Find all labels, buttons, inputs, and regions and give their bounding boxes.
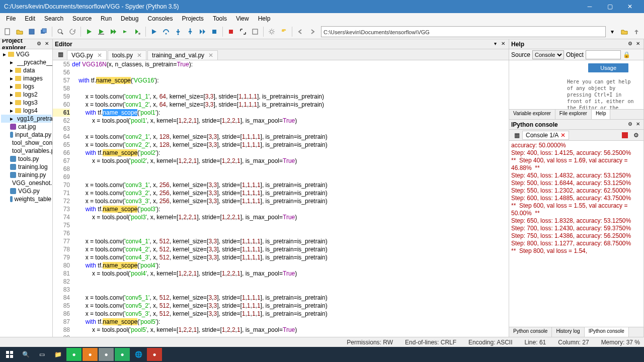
ipython-close-icon[interactable]: ✕	[634, 121, 641, 128]
kernel-options-icon[interactable]: ⚙	[630, 130, 641, 141]
tree-item[interactable]: ▸data	[1, 66, 51, 74]
save-all-icon[interactable]	[38, 26, 49, 37]
tree-root[interactable]: ▸VGG	[1, 50, 51, 58]
tree-item[interactable]: input_data.py	[1, 131, 51, 139]
tab-python-console[interactable]: Python console	[509, 327, 552, 337]
tab-variable-explorer[interactable]: Variable explorer	[509, 110, 555, 119]
step-out-icon[interactable]	[185, 26, 196, 37]
app-icon[interactable]: ●	[83, 348, 98, 361]
back-icon[interactable]	[295, 26, 306, 37]
app-icon[interactable]: ●	[99, 348, 114, 361]
start-button[interactable]	[2, 348, 17, 361]
search-icon[interactable]: 🔍	[18, 348, 33, 361]
maximize-pane-icon[interactable]	[237, 26, 249, 37]
tab-file-explorer[interactable]: File explorer	[555, 110, 592, 119]
tree-item[interactable]: cat.jpg	[1, 123, 51, 131]
browse-tabs-icon[interactable]: ▦	[55, 49, 66, 60]
menu-consoles[interactable]: Consoles	[143, 14, 177, 23]
tab-close-icon[interactable]: ✕	[97, 52, 102, 59]
code-editor[interactable]: 5556575859606162636465666768697071727374…	[53, 60, 509, 337]
console-output[interactable]: accuracy: 50.0000% Step: 400, loss: 1.41…	[509, 141, 643, 327]
help-lock-icon[interactable]: 🔒	[623, 51, 630, 58]
usage-button[interactable]: Usage	[588, 63, 628, 72]
debug-icon[interactable]	[148, 26, 159, 37]
help-options-icon[interactable]: ⚙	[626, 41, 633, 48]
stop-kernel-icon[interactable]	[619, 130, 630, 141]
tab-history-log[interactable]: History log	[552, 327, 584, 337]
project-tree[interactable]: ▸VGG ▸__pycache__▸data▸images▸logs▸logs2…	[0, 49, 52, 337]
help-source-select[interactable]: Console	[532, 50, 564, 59]
run-selection-icon[interactable]	[120, 26, 131, 37]
forward-icon[interactable]	[307, 26, 318, 37]
tab-help[interactable]: Help	[592, 110, 611, 119]
menu-help[interactable]: Help	[254, 14, 275, 23]
console-menu-icon[interactable]: ▦	[511, 130, 522, 141]
tree-item[interactable]: ▸logs2	[1, 90, 51, 99]
run-icon[interactable]	[84, 26, 95, 37]
tree-item[interactable]: ▸vgg16_pretrain	[1, 115, 51, 123]
editor-options-icon[interactable]: ▾	[492, 41, 499, 48]
menu-search[interactable]: Search	[40, 14, 67, 23]
continue-icon[interactable]	[197, 26, 208, 37]
menu-view[interactable]: View	[232, 14, 253, 23]
new-file-icon[interactable]	[2, 26, 13, 37]
tab-training[interactable]: training_and_val.py✕	[147, 50, 218, 60]
close-button[interactable]: ✕	[620, 0, 640, 13]
parent-dir-icon[interactable]	[631, 26, 642, 37]
minimize-button[interactable]: ─	[580, 0, 600, 13]
spyder-icon[interactable]: ●	[147, 348, 162, 361]
editor-close-icon[interactable]: ✕	[500, 41, 507, 48]
working-directory-input[interactable]: C:\Users\kevin\Documents\tensorflow\VGG	[321, 26, 606, 37]
chrome-icon[interactable]: 🌐	[131, 348, 146, 361]
console-tab[interactable]: Console 1/A✕	[522, 131, 569, 140]
menu-projects[interactable]: Projects	[178, 14, 208, 23]
panel-close-icon[interactable]: ✕	[43, 41, 50, 48]
app-icon[interactable]: ●	[66, 348, 82, 361]
tree-item[interactable]: VGG.py	[1, 187, 51, 195]
console-tab-close-icon[interactable]: ✕	[560, 132, 566, 139]
tab-ipython-console[interactable]: IPython console	[585, 327, 629, 337]
tree-item[interactable]: tool_variables.py	[1, 147, 51, 155]
taskview-icon[interactable]: ▭	[34, 348, 49, 361]
tree-item[interactable]: VGG_oneshot.py	[1, 179, 51, 187]
tree-item[interactable]: ▸logs4	[1, 107, 51, 115]
tree-item[interactable]: weights_table	[1, 195, 51, 203]
menu-run[interactable]: Run	[97, 14, 116, 23]
path-dropdown-icon[interactable]: ▾	[607, 26, 618, 37]
tree-item[interactable]: ▸logs3	[1, 99, 51, 107]
step-into-icon[interactable]	[173, 26, 184, 37]
tree-item[interactable]: ▸images	[1, 74, 51, 82]
menu-source[interactable]: Source	[68, 14, 96, 23]
app-icon[interactable]: ●	[115, 348, 130, 361]
tab-vgg[interactable]: VGG.py✕	[67, 50, 107, 60]
ipython-options-icon[interactable]: ⚙	[626, 121, 633, 128]
save-icon[interactable]	[26, 26, 37, 37]
open-file-icon[interactable]	[14, 26, 25, 37]
tree-item[interactable]: ▸logs	[1, 82, 51, 90]
tree-item[interactable]: tool_show_conv.py	[1, 139, 51, 147]
file-explorer-icon[interactable]: 📁	[50, 348, 65, 361]
refresh-icon[interactable]	[67, 26, 78, 37]
run-cell-icon[interactable]	[96, 26, 107, 37]
tree-item[interactable]: training.py	[1, 171, 51, 179]
tab-close-icon[interactable]: ✕	[137, 52, 142, 59]
tree-item[interactable]: ▸__pycache__	[1, 58, 51, 66]
menu-debug[interactable]: Debug	[117, 14, 142, 23]
menu-tools[interactable]: Tools	[209, 14, 231, 23]
fullscreen-icon[interactable]	[250, 26, 261, 37]
find-icon[interactable]	[55, 26, 66, 37]
maximize-button[interactable]: ▢	[600, 0, 620, 13]
help-object-input[interactable]	[586, 50, 621, 59]
menu-file[interactable]: File	[2, 14, 20, 23]
kernel-restart-icon[interactable]	[225, 26, 236, 37]
run-cell-advance-icon[interactable]	[108, 26, 119, 37]
help-close-icon[interactable]: ✕	[634, 41, 641, 48]
menu-edit[interactable]: Edit	[21, 14, 39, 23]
settings-icon[interactable]	[266, 26, 277, 37]
tab-tools[interactable]: tools.py✕	[108, 50, 146, 60]
step-over-icon[interactable]	[160, 26, 172, 37]
tab-close-icon[interactable]: ✕	[208, 52, 213, 59]
pythonpath-icon[interactable]	[278, 26, 289, 37]
panel-options-icon[interactable]: ⚙	[35, 41, 42, 48]
tree-item[interactable]: training.log	[1, 163, 51, 171]
